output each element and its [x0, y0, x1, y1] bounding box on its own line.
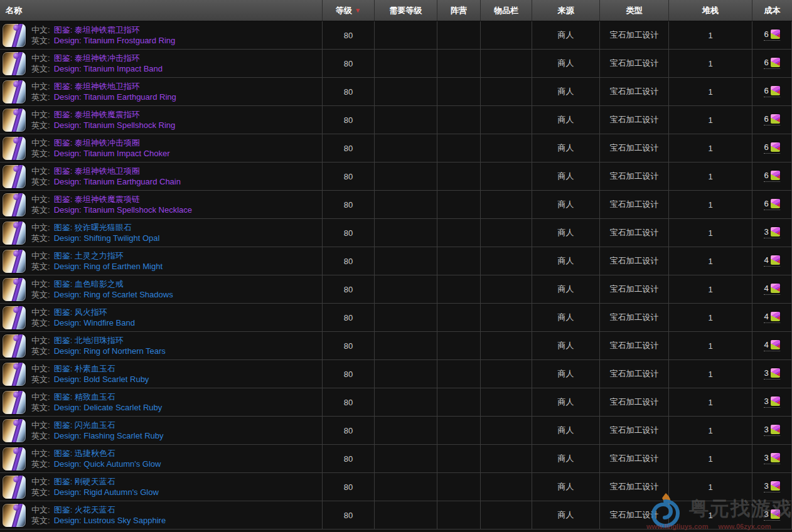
item-name-en-link[interactable]: Design: Delicate Scarlet Ruby	[54, 403, 163, 412]
jewelcrafters-token-icon	[771, 58, 780, 67]
cost-value[interactable]: 3	[764, 396, 779, 408]
cost-cell: 4	[752, 332, 792, 359]
item-name-cn-link[interactable]: 图鉴: 刚硬天蓝石	[54, 477, 115, 486]
column-header-label: 等级	[336, 5, 352, 16]
item-name-cn-link[interactable]: 图鉴: 泰坦神铁冲击指环	[54, 53, 140, 63]
en-name-line: 英文:Design: Delicate Scarlet Ruby	[31, 402, 162, 413]
cost-value[interactable]: 6	[764, 86, 779, 97]
design-scroll-icon[interactable]	[3, 52, 26, 75]
item-name-cn-link[interactable]: 图鉴: 泰坦神铁霜卫指环	[54, 25, 140, 35]
cost-value[interactable]: 4	[764, 284, 779, 295]
design-scroll-icon[interactable]	[3, 476, 26, 499]
design-scroll-icon[interactable]	[3, 250, 26, 273]
design-scroll-icon[interactable]	[3, 278, 26, 301]
cost-value[interactable]: 3	[764, 509, 779, 521]
item-name-cn-link[interactable]: 图鉴: 北地泪珠指环	[54, 336, 124, 345]
column-header-type[interactable]: 类型	[600, 0, 669, 21]
cost-value[interactable]: 6	[764, 114, 779, 125]
stack-cell: 1	[669, 275, 752, 303]
item-name-en-link[interactable]: Design: Flashing Scarlet Ruby	[54, 431, 164, 440]
column-header-name[interactable]: 名称	[0, 0, 323, 21]
item-name-lines: 中文:图鉴: 泰坦神铁冲击指环 英文:Design: Titanium Impa…	[31, 53, 163, 74]
item-name-en-link[interactable]: Design: Titanium Frostguard Ring	[54, 36, 176, 45]
item-name-en-link[interactable]: Design: Lustrous Sky Sapphire	[54, 516, 166, 525]
design-scroll-icon[interactable]	[3, 334, 26, 358]
design-scroll-icon[interactable]	[3, 419, 26, 442]
item-name-en-link[interactable]: Design: Titanium Impact Choker	[54, 149, 170, 158]
item-name-cn-link[interactable]: 图鉴: 迅捷秋色石	[54, 449, 115, 458]
item-name-en-link[interactable]: Design: Ring of Northern Tears	[54, 346, 166, 356]
en-label: 英文:	[31, 92, 50, 102]
design-scroll-icon[interactable]	[3, 363, 26, 386]
item-name-en-link[interactable]: Design: Shifting Twilight Opal	[54, 233, 160, 243]
item-name-en-link[interactable]: Design: Titanium Earthguard Chain	[54, 177, 181, 186]
cn-name-line: 中文:图鉴: 朴素血玉石	[31, 363, 149, 374]
column-header-stack[interactable]: 堆栈	[669, 0, 752, 21]
design-scroll-icon[interactable]	[3, 391, 26, 414]
column-header-slot[interactable]: 物品栏	[481, 0, 532, 21]
item-name-en-link[interactable]: Design: Bold Scarlet Ruby	[54, 375, 149, 384]
cost-value[interactable]: 4	[764, 312, 779, 323]
item-name-cn-link[interactable]: 图鉴: 土灵之力指环	[54, 251, 124, 260]
item-name-en-link[interactable]: Design: Windfire Band	[54, 318, 135, 327]
design-scroll-icon[interactable]	[3, 504, 26, 527]
cost-value[interactable]: 4	[764, 340, 779, 351]
cost-cell: 3	[752, 219, 792, 247]
cost-value[interactable]: 6	[764, 58, 779, 69]
column-header-level[interactable]: 等级▼	[323, 0, 375, 21]
level-cell: 80	[323, 501, 375, 529]
item-name-cn-link[interactable]: 图鉴: 血色暗影之戒	[54, 279, 124, 289]
item-name-en-link[interactable]: Design: Ring of Scarlet Shadows	[54, 290, 173, 299]
stack-cell: 1	[669, 304, 752, 331]
design-scroll-icon[interactable]	[3, 193, 26, 216]
item-name-cn-link[interactable]: 图鉴: 火花天蓝石	[54, 505, 115, 514]
cost-value[interactable]: 3	[764, 481, 779, 492]
cost-value[interactable]: 3	[764, 453, 779, 464]
column-header-cost[interactable]: 成本	[752, 0, 792, 21]
item-name-en-link[interactable]: Design: Titanium Earthguard Ring	[54, 92, 176, 102]
item-name-en-link[interactable]: Design: Titanium Spellshock Necklace	[54, 205, 192, 215]
design-scroll-icon[interactable]	[3, 80, 26, 104]
cost-value[interactable]: 6	[764, 171, 779, 182]
design-scroll-icon[interactable]	[3, 221, 26, 245]
type-cell: 宝石加工设计	[600, 445, 669, 472]
cost-value[interactable]: 6	[764, 199, 779, 210]
design-scroll-icon[interactable]	[3, 165, 26, 188]
cost-value[interactable]: 3	[764, 227, 779, 238]
item-name-cn-link[interactable]: 图鉴: 泰坦神铁地卫项圈	[54, 166, 140, 176]
item-name-lines: 中文:图鉴: 泰坦神铁地卫项圈 英文:Design: Titanium Eart…	[31, 166, 181, 187]
item-name-en-link[interactable]: Design: Ring of Earthen Might	[54, 262, 163, 271]
item-name-cn-link[interactable]: 图鉴: 闪光血玉石	[54, 420, 115, 430]
design-scroll-icon[interactable]	[3, 447, 26, 471]
column-header-label: 需要等级	[390, 5, 422, 16]
sort-desc-icon: ▼	[355, 8, 361, 14]
cost-value[interactable]: 4	[764, 255, 779, 267]
item-name-cn-link[interactable]: 图鉴: 泰坦神铁魔震项链	[54, 194, 140, 204]
item-name-cn-link[interactable]: 图鉴: 泰坦神铁地卫指环	[54, 82, 140, 91]
column-header-source[interactable]: 来源	[532, 0, 600, 21]
item-name-en-link[interactable]: Design: Rigid Autumn's Glow	[54, 487, 159, 497]
item-name-cn-link[interactable]: 图鉴: 精致血玉石	[54, 392, 115, 402]
item-name-cn-link[interactable]: 图鉴: 泰坦神铁魔震指环	[54, 110, 140, 119]
en-label: 英文:	[31, 346, 50, 356]
item-name-cn-link[interactable]: 图鉴: 泰坦神铁冲击项圈	[54, 138, 140, 147]
req-level-cell	[375, 445, 437, 472]
column-header-req-level[interactable]: 需要等级	[375, 0, 437, 21]
cost-value[interactable]: 3	[764, 368, 779, 380]
item-name-cn-link[interactable]: 图鉴: 风火指环	[54, 307, 107, 317]
source-cell: 商人	[532, 304, 600, 331]
item-name-en-link[interactable]: Design: Quick Autumn's Glow	[54, 459, 161, 469]
item-name-en-link[interactable]: Design: Titanium Impact Band	[54, 64, 163, 73]
cost-value[interactable]: 3	[764, 425, 779, 436]
item-name-en-link[interactable]: Design: Titanium Spellshock Ring	[54, 120, 176, 130]
design-scroll-icon[interactable]	[3, 137, 26, 160]
item-name-cn-link[interactable]: 图鉴: 狡诈曙光猫眼石	[54, 223, 132, 232]
design-scroll-icon[interactable]	[3, 306, 26, 329]
item-name-cn-link[interactable]: 图鉴: 朴素血玉石	[54, 364, 115, 373]
cost-value[interactable]: 6	[764, 29, 779, 41]
design-scroll-icon[interactable]	[3, 109, 26, 132]
cost-value[interactable]: 6	[764, 142, 779, 154]
design-scroll-icon[interactable]	[3, 24, 26, 47]
column-header-faction[interactable]: 阵营	[437, 0, 481, 21]
slot-cell	[481, 275, 532, 303]
